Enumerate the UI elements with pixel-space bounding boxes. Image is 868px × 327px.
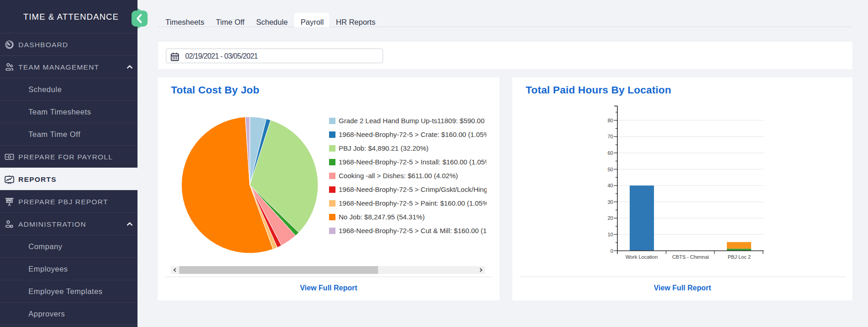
svg-text:10: 10 <box>608 232 613 237</box>
svg-text:40: 40 <box>608 183 613 188</box>
svg-text:0: 0 <box>610 248 613 254</box>
svg-text:Work Location: Work Location <box>626 254 658 260</box>
svg-text:CBTS - Chennai: CBTS - Chennai <box>672 254 709 260</box>
svg-text:70: 70 <box>608 134 613 139</box>
svg-text:80: 80 <box>608 118 613 123</box>
svg-text:50: 50 <box>608 167 613 172</box>
svg-text:30: 30 <box>608 199 613 205</box>
svg-text:PBJ Loc 2: PBJ Loc 2 <box>728 254 751 260</box>
svg-text:20: 20 <box>608 215 613 221</box>
svg-text:60: 60 <box>608 150 613 156</box>
